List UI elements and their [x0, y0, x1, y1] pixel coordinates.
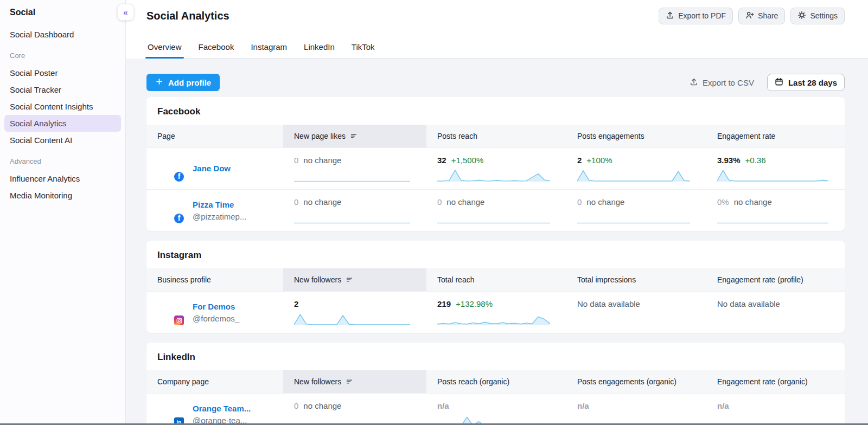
- sidebar-section-label-advanced: Advanced: [0, 149, 125, 170]
- metric-value: 0%: [717, 197, 729, 207]
- column-header-posts-reach-organic[interactable]: Posts reach (organic): [426, 370, 566, 393]
- profile-cell: fJane Dow: [146, 148, 283, 189]
- profile-name-link[interactable]: Pizza Time: [193, 200, 234, 209]
- metric-cell: 0no change: [283, 148, 426, 189]
- upload-icon: [666, 11, 674, 21]
- sidebar-collapse-button[interactable]: «: [117, 4, 134, 21]
- sparkline: [294, 168, 410, 182]
- metric-value: n/a: [437, 401, 449, 410]
- sidebar-item-social-tracker[interactable]: Social Tracker: [4, 81, 121, 98]
- column-header-new-page-likes[interactable]: New page likes: [283, 125, 426, 147]
- metric-change: no change: [303, 197, 341, 207]
- sidebar-item-media-monitoring[interactable]: Media Monitoring: [4, 187, 121, 204]
- no-data-text: No data available: [577, 299, 640, 308]
- sparkline: [294, 210, 410, 224]
- card-instagram: InstagramBusiness profileNew followersTo…: [146, 241, 845, 333]
- card-facebook: FacebookPageNew page likesPosts reachPos…: [146, 97, 845, 231]
- content-area: Add profile Export to CSV Last 28 days F…: [126, 59, 868, 425]
- toolbar-row: Add profile Export to CSV Last 28 days: [146, 74, 845, 91]
- plus-icon: [155, 78, 163, 87]
- table-header-row: PageNew page likesPosts reachPosts engag…: [146, 125, 845, 147]
- column-header-engagement-rate[interactable]: Engagement rate: [706, 125, 845, 147]
- column-header-engagement-rate-profile[interactable]: Engagement rate (profile): [706, 268, 845, 291]
- column-header-total-reach[interactable]: Total reach: [426, 268, 566, 291]
- metric-value: 0: [294, 197, 298, 207]
- metric-change: +0.36: [745, 156, 766, 165]
- sidebar-item-social-poster[interactable]: Social Poster: [4, 65, 121, 81]
- metric-cell: n/a: [706, 394, 845, 425]
- column-header-posts-engagements[interactable]: Posts engagements: [566, 125, 706, 147]
- column-header-company-page[interactable]: Company page: [146, 370, 283, 393]
- chevron-double-left-icon: «: [123, 8, 127, 17]
- tab-bar: OverviewFacebookInstagramLinkedInTikTok: [146, 38, 868, 59]
- metric-value: 2: [294, 299, 298, 308]
- gear-icon: [797, 11, 806, 21]
- no-data-text: No data available: [717, 299, 780, 308]
- metric-cell: 2+100%: [566, 148, 706, 189]
- metric-value: 0: [577, 197, 582, 207]
- metric-value: 0: [294, 156, 298, 165]
- avatar: in: [157, 402, 182, 425]
- metric-value: n/a: [717, 401, 729, 410]
- column-header-posts-engagements-organic[interactable]: Posts engagements (organic): [566, 370, 706, 393]
- sparkline: [577, 168, 690, 182]
- table-row: inOrange Team...@orange-tea...0no change…: [146, 393, 845, 425]
- metric-cell: 0no change: [426, 190, 566, 231]
- metric-cell: n/a: [426, 394, 566, 425]
- table-header-row: Company pageNew followersPosts reach (or…: [146, 370, 845, 393]
- metric-change: no change: [446, 197, 484, 207]
- sparkline: [437, 168, 550, 182]
- column-header-page[interactable]: Page: [146, 125, 283, 147]
- person-plus-icon: [745, 11, 754, 21]
- share-button[interactable]: Share: [738, 8, 785, 24]
- metric-change: +132.98%: [456, 299, 493, 308]
- sidebar-nav: Social DashboardCoreSocial PosterSocial …: [0, 26, 125, 204]
- table-row: For Demos@fordemos_2219+132.98%No data a…: [146, 291, 845, 333]
- sidebar-item-social-content-ai[interactable]: Social Content AI: [4, 132, 121, 149]
- tab-instagram[interactable]: Instagram: [250, 38, 288, 58]
- sparkline: [577, 210, 690, 224]
- metric-cell: 0no change: [283, 394, 426, 425]
- settings-button[interactable]: Settings: [790, 8, 845, 24]
- profile-cell: fPizza Time@pizzatimep...: [146, 190, 283, 231]
- metric-cell: 32+1,500%: [426, 148, 566, 189]
- card-title: LinkedIn: [146, 343, 845, 370]
- profile-name-link[interactable]: Jane Dow: [193, 164, 231, 173]
- sort-desc-icon: [346, 276, 353, 284]
- page-title: Social Analytics: [146, 10, 229, 22]
- sort-desc-icon: [346, 378, 353, 385]
- metric-change: no change: [303, 156, 341, 165]
- add-profile-button[interactable]: Add profile: [146, 74, 220, 91]
- metric-value: 32: [437, 156, 446, 165]
- metric-value: 219: [437, 299, 451, 308]
- sparkline: [294, 312, 410, 326]
- avatar: f: [157, 156, 182, 181]
- column-header-business-profile[interactable]: Business profile: [146, 268, 283, 291]
- tab-tiktok[interactable]: TikTok: [350, 38, 376, 58]
- tab-facebook[interactable]: Facebook: [197, 38, 235, 58]
- export-to-pdf-button[interactable]: Export to PDF: [659, 8, 733, 24]
- tab-linkedin[interactable]: LinkedIn: [303, 38, 336, 58]
- export-csv-button[interactable]: Export to CSV: [690, 78, 754, 88]
- profile-handle: @pizzatimep...: [193, 212, 246, 221]
- date-range-button[interactable]: Last 28 days: [767, 74, 845, 91]
- profile-name-link[interactable]: Orange Team...: [193, 404, 251, 413]
- metric-cell: n/a: [566, 394, 706, 425]
- tab-overview[interactable]: Overview: [146, 38, 183, 58]
- sidebar-title: Social: [0, 7, 125, 26]
- column-header-new-followers[interactable]: New followers: [283, 370, 426, 393]
- column-header-posts-reach[interactable]: Posts reach: [426, 125, 566, 147]
- metric-change: +1,500%: [451, 156, 484, 165]
- column-header-new-followers[interactable]: New followers: [283, 268, 426, 291]
- sidebar-item-influencer-analytics[interactable]: Influencer Analytics: [4, 170, 121, 187]
- metric-change: no change: [734, 197, 772, 207]
- sidebar-item-social-analytics[interactable]: Social Analytics: [4, 115, 121, 132]
- column-header-engagement-rate-organic[interactable]: Engagement rate (organic): [706, 370, 845, 393]
- sidebar-item-social-content-insights[interactable]: Social Content Insights: [4, 98, 121, 115]
- column-header-total-impressions[interactable]: Total impressions: [566, 268, 706, 291]
- profile-name-link[interactable]: For Demos: [193, 302, 235, 311]
- metric-cell: No data available: [706, 292, 845, 333]
- metric-change: +100%: [586, 156, 612, 165]
- sidebar-item-social-dashboard[interactable]: Social Dashboard: [4, 26, 121, 43]
- upload-icon: [690, 78, 698, 88]
